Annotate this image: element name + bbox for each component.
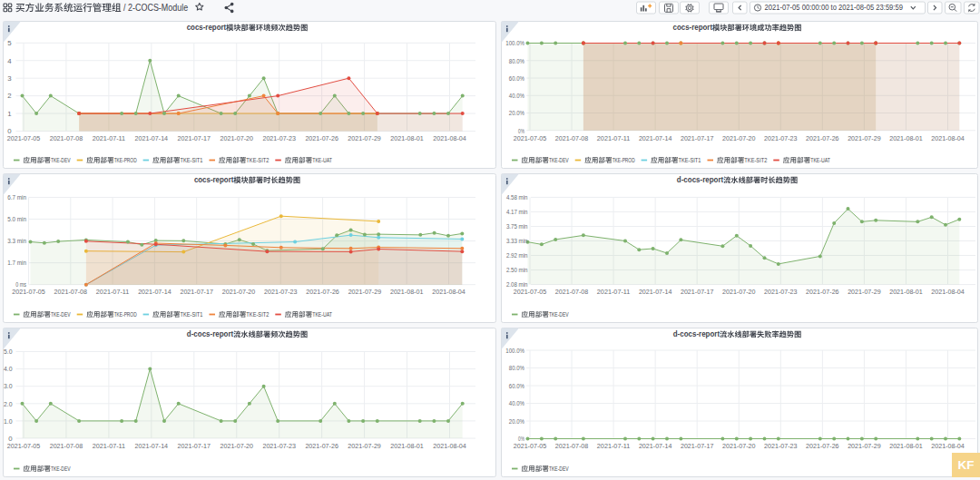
svg-text:cocs-report: cocs-report	[194, 176, 234, 184]
svg-text:2021-07-14: 2021-07-14	[135, 442, 169, 450]
svg-text:2021-07-05 00:00:00 to 2021-08: 2021-07-05 00:00:00 to 2021-08-05 23:59:…	[765, 4, 904, 12]
svg-text:TKE-UAT: TKE-UAT	[312, 156, 332, 164]
svg-text:2021-07-29: 2021-07-29	[848, 288, 881, 296]
svg-text:TKE-SIT2: TKE-SIT2	[744, 156, 767, 164]
svg-text:2021-08-01: 2021-08-01	[390, 134, 424, 142]
svg-text:d-cocs-report: d-cocs-report	[673, 330, 720, 338]
svg-text:2021-08-04: 2021-08-04	[432, 288, 466, 296]
svg-text:2021-07-14: 2021-07-14	[639, 442, 672, 450]
svg-text:60.0%: 60.0%	[509, 382, 524, 390]
svg-text:2021-07-05: 2021-07-05	[7, 134, 41, 142]
svg-text:2.50 min: 2.50 min	[506, 266, 528, 274]
svg-text:4.0: 4.0	[4, 365, 13, 373]
svg-text:2021-07-17: 2021-07-17	[180, 288, 213, 296]
svg-text:2021-07-20: 2021-07-20	[222, 288, 256, 296]
svg-text:/ 2-COCS-Module: / 2-COCS-Module	[122, 2, 189, 13]
svg-text:2021-07-14: 2021-07-14	[639, 134, 672, 142]
svg-text:2021-07-23: 2021-07-23	[764, 288, 798, 296]
svg-text:TKE-PROD: TKE-PROD	[114, 310, 137, 318]
svg-text:2021-07-05: 2021-07-05	[514, 134, 547, 142]
svg-text:2021-07-14: 2021-07-14	[135, 134, 169, 142]
svg-text:100.0%: 100.0%	[505, 39, 524, 47]
svg-text:6.7 min: 6.7 min	[7, 193, 26, 201]
svg-text:1.0: 1.0	[4, 417, 13, 426]
svg-text:2021-08-04: 2021-08-04	[931, 134, 965, 142]
svg-text:2021-07-26: 2021-07-26	[305, 134, 338, 142]
svg-text:2021-07-26: 2021-07-26	[806, 134, 839, 142]
svg-text:TKE-DEV: TKE-DEV	[51, 310, 71, 318]
svg-text:2021-07-05: 2021-07-05	[514, 288, 547, 296]
svg-text:3.75 min: 3.75 min	[506, 222, 528, 230]
svg-text:2021-07-08: 2021-07-08	[555, 134, 589, 142]
svg-text:3.0: 3.0	[4, 382, 13, 390]
svg-text:100.0%: 100.0%	[505, 347, 524, 355]
svg-text:2021-07-17: 2021-07-17	[178, 442, 211, 450]
svg-text:2021-07-11: 2021-07-11	[96, 288, 130, 296]
svg-text:2021-08-04: 2021-08-04	[433, 442, 466, 450]
svg-text:TKE-DEV: TKE-DEV	[549, 465, 569, 473]
svg-text:2021-07-05: 2021-07-05	[7, 442, 41, 450]
svg-text:TKE-UAT: TKE-UAT	[810, 156, 830, 164]
svg-text:1.7 min: 1.7 min	[7, 259, 26, 267]
svg-text:TKE-SIT1: TKE-SIT1	[181, 310, 203, 318]
svg-text:2021-07-29: 2021-07-29	[348, 288, 382, 296]
svg-text:5: 5	[7, 39, 12, 47]
svg-text:TKE-PROD: TKE-PROD	[114, 156, 137, 164]
svg-text:2021-08-01: 2021-08-01	[390, 288, 424, 296]
svg-text:2021-07-11: 2021-07-11	[93, 134, 126, 142]
svg-text:TKE-SIT2: TKE-SIT2	[246, 310, 269, 318]
svg-text:2021-08-01: 2021-08-01	[889, 288, 923, 296]
svg-text:TKE-DEV: TKE-DEV	[549, 156, 569, 164]
svg-text:80.0%: 80.0%	[509, 57, 524, 65]
svg-text:2021-08-01: 2021-08-01	[889, 134, 923, 142]
svg-text:2021-07-08: 2021-07-08	[50, 442, 83, 450]
svg-text:2021-07-05: 2021-07-05	[12, 288, 45, 296]
svg-text:2021-07-26: 2021-07-26	[806, 288, 839, 296]
svg-text:4.17 min: 4.17 min	[506, 208, 528, 216]
svg-text:5.0: 5.0	[4, 348, 13, 356]
svg-text:20.0%: 20.0%	[509, 109, 524, 117]
svg-text:2021-08-04: 2021-08-04	[931, 442, 965, 450]
svg-text:2021-07-11: 2021-07-11	[597, 442, 631, 450]
svg-text:3.3 min: 3.3 min	[7, 237, 26, 245]
svg-text:2021-07-29: 2021-07-29	[348, 442, 381, 450]
svg-text:2021-07-20: 2021-07-20	[722, 288, 756, 296]
svg-text:2021-07-23: 2021-07-23	[262, 442, 296, 450]
svg-text:TKE-DEV: TKE-DEV	[549, 310, 569, 318]
svg-text:2021-07-23: 2021-07-23	[764, 134, 798, 142]
svg-text:d-cocs-report: d-cocs-report	[677, 176, 724, 184]
svg-text:40.0%: 40.0%	[509, 92, 524, 100]
svg-text:2021-07-17: 2021-07-17	[681, 134, 714, 142]
svg-text:2021-07-26: 2021-07-26	[305, 442, 338, 450]
svg-text:2021-07-05: 2021-07-05	[514, 442, 547, 450]
svg-text:2021-07-11: 2021-07-11	[597, 134, 631, 142]
svg-text:2021-07-20: 2021-07-20	[722, 442, 756, 450]
svg-text:2021-07-23: 2021-07-23	[764, 442, 798, 450]
svg-text:2021-07-11: 2021-07-11	[93, 442, 126, 450]
svg-text:1: 1	[7, 110, 11, 118]
svg-text:cocs-report: cocs-report	[187, 24, 227, 32]
svg-text:2: 2	[7, 92, 11, 100]
svg-text:2021-07-29: 2021-07-29	[348, 134, 381, 142]
svg-text:2021-07-17: 2021-07-17	[681, 442, 714, 450]
svg-text:20.0%: 20.0%	[509, 417, 524, 426]
svg-text:TKE-SIT1: TKE-SIT1	[181, 156, 203, 164]
svg-text:4: 4	[7, 57, 12, 65]
svg-text:2.0: 2.0	[4, 400, 13, 408]
svg-text:TKE-DEV: TKE-DEV	[51, 465, 71, 473]
svg-text:2021-07-26: 2021-07-26	[806, 442, 839, 450]
svg-text:60.0%: 60.0%	[509, 74, 524, 83]
svg-text:3.33 min: 3.33 min	[506, 237, 528, 245]
svg-text:2021-07-26: 2021-07-26	[306, 288, 339, 296]
svg-text:TKE-UAT: TKE-UAT	[312, 310, 332, 318]
svg-text:2021-07-17: 2021-07-17	[178, 134, 211, 142]
svg-text:2021-07-17: 2021-07-17	[681, 288, 714, 296]
svg-text:40.0%: 40.0%	[509, 399, 524, 407]
svg-text:2021-07-08: 2021-07-08	[555, 442, 589, 450]
svg-text:2021-07-08: 2021-07-08	[50, 134, 83, 142]
svg-text:d-cocs-report: d-cocs-report	[187, 330, 234, 338]
svg-text:2021-08-01: 2021-08-01	[889, 442, 923, 450]
svg-text:2021-07-23: 2021-07-23	[262, 134, 296, 142]
svg-text:2021-07-20: 2021-07-20	[220, 134, 254, 142]
svg-text:2021-07-14: 2021-07-14	[639, 288, 672, 296]
